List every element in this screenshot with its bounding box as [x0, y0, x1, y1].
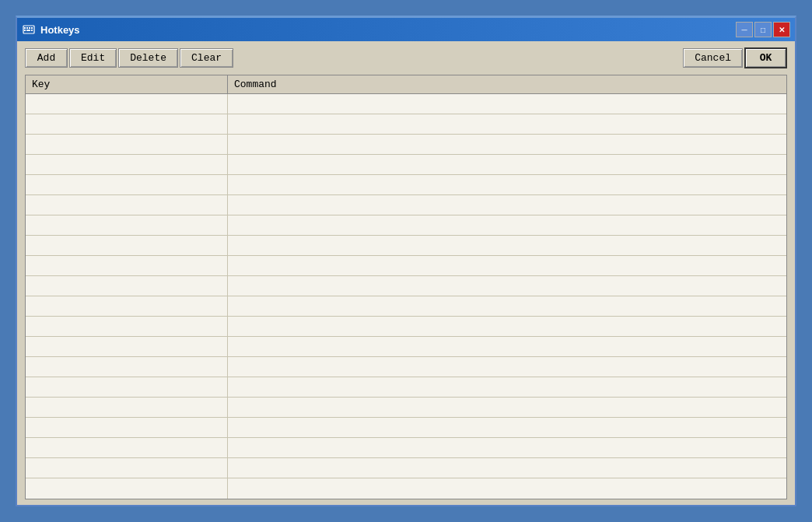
delete-button[interactable]: Delete — [118, 48, 178, 68]
row-key-cell — [26, 175, 228, 194]
row-key-cell — [26, 357, 228, 377]
row-command-cell — [228, 357, 786, 377]
table-row[interactable] — [26, 337, 786, 357]
close-button[interactable]: ✕ — [773, 22, 790, 37]
row-command-cell — [228, 175, 786, 194]
table-row[interactable] — [26, 256, 786, 276]
svg-rect-7 — [31, 30, 33, 31]
hotkeys-window: Hotkeys ─ □ ✕ Add Edit Delete Clear Canc… — [16, 16, 796, 506]
row-key-cell — [26, 478, 228, 499]
add-button[interactable]: Add — [25, 48, 68, 68]
svg-rect-3 — [29, 27, 30, 29]
maximize-button[interactable]: □ — [754, 22, 772, 37]
table-row[interactable] — [26, 458, 786, 478]
svg-rect-4 — [31, 27, 33, 29]
table-row[interactable] — [26, 377, 786, 398]
row-key-cell — [26, 195, 228, 215]
table-row[interactable] — [26, 94, 786, 114]
clear-button[interactable]: Clear — [180, 48, 233, 68]
table-row[interactable] — [26, 215, 786, 236]
edit-button[interactable]: Edit — [69, 48, 117, 68]
title-bar: Hotkeys ─ □ ✕ — [17, 18, 795, 41]
row-key-cell — [26, 114, 228, 134]
row-command-cell — [228, 296, 786, 316]
svg-rect-1 — [24, 27, 26, 29]
row-command-cell — [228, 478, 786, 499]
table-row[interactable] — [26, 114, 786, 135]
row-command-cell — [228, 256, 786, 275]
row-key-cell — [26, 317, 228, 336]
row-key-cell — [26, 256, 228, 275]
minimize-button[interactable]: ─ — [736, 22, 753, 37]
window-title: Hotkeys — [40, 24, 736, 36]
row-command-cell — [228, 215, 786, 235]
row-key-cell — [26, 377, 228, 397]
row-key-cell — [26, 135, 228, 154]
col-key-header: Key — [26, 75, 228, 93]
toolbar: Add Edit Delete Clear Cancel OK — [17, 41, 795, 75]
row-key-cell — [26, 418, 228, 437]
col-command-header: Command — [228, 75, 786, 93]
row-key-cell — [26, 155, 228, 174]
table-row[interactable] — [26, 418, 786, 438]
keyboard-icon — [22, 23, 36, 37]
table-row[interactable] — [26, 398, 786, 418]
row-command-cell — [228, 135, 786, 154]
window-controls: ─ □ ✕ — [736, 22, 790, 37]
table-row[interactable] — [26, 478, 786, 499]
row-command-cell — [228, 418, 786, 437]
row-command-cell — [228, 317, 786, 336]
table-row[interactable] — [26, 175, 786, 195]
cancel-button[interactable]: Cancel — [683, 48, 743, 68]
table-row[interactable] — [26, 317, 786, 337]
row-command-cell — [228, 276, 786, 296]
svg-rect-5 — [24, 30, 26, 31]
row-command-cell — [228, 236, 786, 255]
table-row[interactable] — [26, 357, 786, 377]
row-key-cell — [26, 458, 228, 478]
table-row[interactable] — [26, 155, 786, 175]
hotkeys-table: Key Command — [25, 75, 787, 499]
row-command-cell — [228, 377, 786, 397]
table-row[interactable] — [26, 135, 786, 155]
row-command-cell — [228, 114, 786, 134]
table-header: Key Command — [26, 75, 786, 94]
table-body — [26, 94, 786, 499]
row-command-cell — [228, 458, 786, 478]
table-row[interactable] — [26, 296, 786, 317]
table-row[interactable] — [26, 276, 786, 296]
table-row[interactable] — [26, 438, 786, 458]
row-command-cell — [228, 94, 786, 114]
row-command-cell — [228, 438, 786, 457]
svg-rect-2 — [26, 27, 28, 29]
row-key-cell — [26, 337, 228, 356]
row-key-cell — [26, 236, 228, 255]
row-command-cell — [228, 195, 786, 215]
svg-rect-6 — [26, 30, 30, 31]
table-row[interactable] — [26, 236, 786, 256]
row-key-cell — [26, 215, 228, 235]
row-key-cell — [26, 94, 228, 114]
table-row[interactable] — [26, 195, 786, 215]
row-command-cell — [228, 398, 786, 417]
row-key-cell — [26, 398, 228, 417]
row-command-cell — [228, 155, 786, 174]
row-key-cell — [26, 296, 228, 316]
row-key-cell — [26, 438, 228, 457]
row-command-cell — [228, 337, 786, 356]
row-key-cell — [26, 276, 228, 296]
ok-button[interactable]: OK — [744, 47, 787, 68]
